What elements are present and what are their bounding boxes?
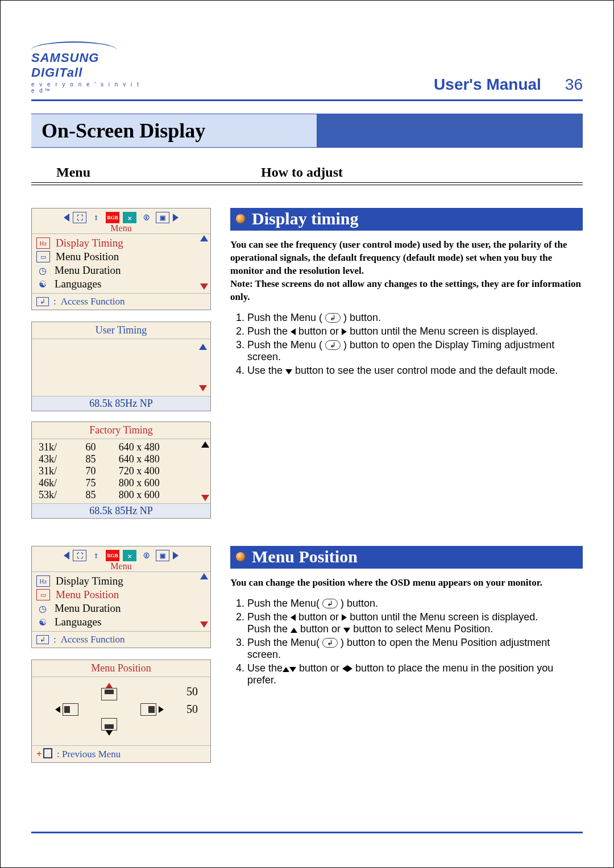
title-band: On-Screen Display [31, 114, 583, 148]
menu-item-label: Languages [55, 616, 101, 628]
section-menu-position: ⛶ ⟟ RGB ⨉ 🛈 ▣ Menu Hz Display Timing [31, 546, 583, 773]
brand-tagline: e v e r y o n e ' s i n v i t e d™ [31, 81, 145, 94]
previous-menu-row[interactable]: + : Previous Menu [32, 745, 210, 762]
panel-title: User Timing [32, 322, 210, 339]
icon-pip[interactable]: ▣ [156, 550, 169, 561]
clock-icon: ◷ [36, 265, 49, 276]
enter-icon: ↲ [322, 638, 338, 648]
status-user-timing: 68.5k 85Hz NP [32, 396, 210, 411]
icon-tool[interactable]: 🛈 [140, 212, 152, 223]
menu-item-display-timing[interactable]: Hz Display Timing [32, 236, 210, 250]
nav-left-icon[interactable] [64, 214, 69, 222]
hz-icon: Hz [36, 237, 50, 249]
osd-menu-2: ⛶ ⟟ RGB ⨉ 🛈 ▣ Menu Hz Display Timing [31, 546, 211, 648]
scroll-up-icon[interactable] [200, 573, 208, 579]
left-arrow-icon[interactable] [55, 706, 60, 713]
up-arrow-icon[interactable] [106, 683, 113, 688]
scroll-down-icon[interactable] [199, 385, 207, 391]
scroll-down-icon[interactable] [200, 621, 208, 628]
menu-item-languages[interactable]: ☯ Languages [32, 277, 210, 291]
right-arrow-icon [342, 328, 347, 335]
icon-position[interactable]: ⛶ [73, 212, 86, 223]
enter-icon: ↲ [325, 313, 341, 323]
pos-box-left [63, 703, 78, 716]
intro-menu-position: You can change the position where the OS… [230, 577, 583, 590]
factory-timing-table: 31k/60640 x 480 43k/85640 x 480 31k/7072… [34, 441, 200, 501]
left-arrow-icon [291, 614, 296, 621]
nav-left-icon[interactable] [64, 552, 69, 560]
down-arrow-icon[interactable] [106, 731, 113, 736]
status-factory-timing: 68.5k 85Hz NP [32, 503, 210, 518]
intro-display-timing: You can see the frequency (user control … [230, 239, 583, 304]
menu-item-menu-duration[interactable]: ◷ Menu Duration [32, 264, 210, 277]
section-display-timing: ⛶ ⟟ RGB ⨉ 🛈 ▣ Menu Hz Display Timing [31, 208, 583, 529]
osd-menu-1: ⛶ ⟟ RGB ⨉ 🛈 ▣ Menu Hz Display Timing [31, 208, 211, 310]
step-1: Push the Menu( ↲ ) button. [247, 598, 583, 610]
icon-tool[interactable]: 🛈 [140, 550, 152, 561]
left-arrow-icon [342, 665, 347, 672]
menu-item-label: Menu Position [56, 589, 119, 601]
brand-main: SAMSUNG DIGIT [31, 51, 99, 80]
step-2: Push the button or button until the Menu… [247, 611, 583, 635]
icon-size[interactable]: ⟟ [90, 212, 102, 223]
access-function-label: Access Function [61, 296, 125, 307]
bullet-icon [236, 214, 245, 223]
heading-text: Menu Position [252, 547, 358, 566]
icon-reset[interactable]: ⨉ [123, 212, 136, 223]
icon-position[interactable]: ⛶ [73, 550, 86, 561]
step-4: Use the button or button to place the me… [247, 662, 583, 686]
up-arrow-icon [291, 628, 297, 633]
menu-item-menu-position[interactable]: ▭ Menu Position [32, 588, 210, 602]
section-title: On-Screen Display [31, 114, 317, 147]
menu-item-label: Menu Duration [55, 602, 121, 615]
icon-size[interactable]: ⟟ [90, 550, 102, 561]
step-1: Push the Menu ( ↲ ) button. [247, 312, 583, 324]
panel-title: Factory Timing [32, 422, 210, 439]
table-row: 31k/60640 x 480 [34, 441, 200, 453]
osd-menu-label: Menu [32, 561, 210, 571]
icon-reset[interactable]: ⨉ [123, 550, 136, 561]
icon-rgb[interactable]: RGB [106, 212, 119, 223]
table-row: 43k/85640 x 480 [34, 453, 200, 465]
doc-title: User's Manual [434, 76, 541, 94]
scroll-up-icon[interactable] [200, 235, 208, 241]
step-3: Push the Menu( ↲ ) button to open the Me… [247, 637, 583, 661]
panel-title: Menu Position [32, 660, 210, 677]
scroll-up-icon[interactable] [201, 441, 209, 448]
heading-display-timing: Display timing [230, 208, 583, 231]
page-number: 36 [565, 76, 583, 94]
col-menu: Menu [31, 165, 221, 180]
down-arrow-icon [289, 667, 296, 672]
brand-suffix: all [67, 65, 82, 80]
pos-box-down [101, 718, 117, 731]
panel-factory-timing: Factory Timing 31k/60640 x 480 43k/85640… [31, 422, 211, 519]
menu-item-languages[interactable]: ☯ Languages [32, 615, 210, 629]
icon-pip[interactable]: ▣ [156, 212, 169, 223]
scroll-up-icon[interactable] [199, 344, 207, 350]
menu-item-display-timing[interactable]: Hz Display Timing [32, 574, 210, 588]
icon-rgb[interactable]: RGB [106, 550, 119, 561]
double-rule [31, 182, 583, 185]
menu-item-menu-position[interactable]: ▭ Menu Position [32, 250, 210, 264]
menu-item-label: Languages [55, 278, 101, 290]
header-rule [31, 99, 583, 101]
nav-right-icon[interactable] [173, 552, 179, 560]
menu-item-menu-duration[interactable]: ◷ Menu Duration [32, 602, 210, 615]
right-arrow-icon[interactable] [159, 706, 164, 713]
menu-item-label: Display Timing [56, 575, 123, 587]
lang-icon: ☯ [36, 279, 49, 289]
step-4: Use the button to see the user control m… [247, 365, 583, 377]
brand-logo: SAMSUNG DIGITall e v e r y o n e ' s i n… [31, 41, 145, 94]
scroll-down-icon[interactable] [201, 495, 209, 501]
down-arrow-icon [343, 628, 350, 633]
step-3: Push the Menu ( ↲ ) button to open the D… [247, 339, 583, 363]
right-arrow-icon [342, 614, 347, 621]
previous-menu-label: Previous Menu [62, 749, 121, 760]
column-headers: Menu How to adjust [31, 165, 583, 180]
table-row: 53k/85800 x 600 [34, 489, 200, 501]
scroll-down-icon[interactable] [200, 283, 208, 290]
clock-icon: ◷ [36, 603, 49, 614]
nav-right-icon[interactable] [173, 214, 179, 222]
panel-menu-position: Menu Position 50 [31, 660, 211, 763]
pos-box-right [140, 703, 156, 716]
